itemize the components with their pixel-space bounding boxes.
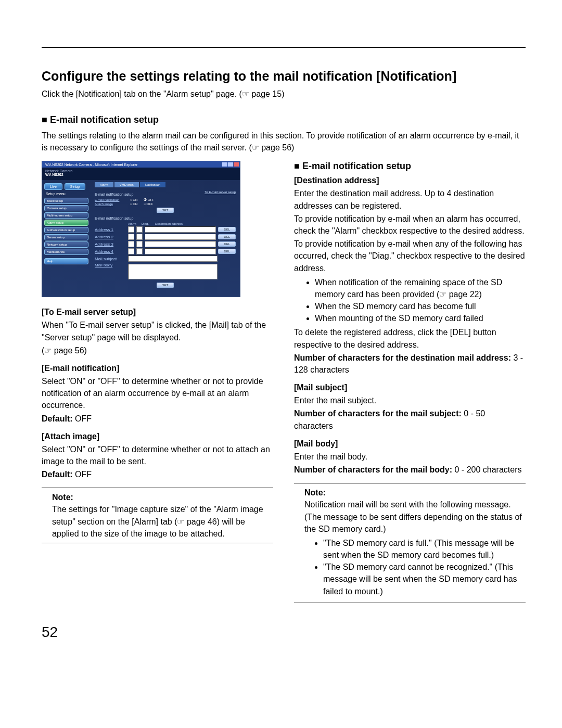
label-mail-subject: [Mail subject] xyxy=(294,383,526,392)
text-attach-image: Select "ON" or "OFF" to determine whethe… xyxy=(42,443,273,467)
th-diag: Diag. xyxy=(142,222,153,225)
addr2: Address 2 xyxy=(95,235,126,239)
subject-input xyxy=(128,256,218,262)
section-heading-email-setup: E-mail notification setup xyxy=(42,114,526,125)
left-column: WV-NS202 Network Camera - Microsoft Inte… xyxy=(42,161,273,603)
del-button: DEL xyxy=(218,241,236,247)
list-item: When the SD memory card has become full xyxy=(315,300,526,312)
horizontal-rule xyxy=(42,47,526,48)
del-button: DEL xyxy=(218,227,236,232)
side-network: Network setup xyxy=(44,241,88,248)
note-body: The settings for "Image capture size" of… xyxy=(42,503,273,540)
page-title: Configure the settings relating to the m… xyxy=(42,69,526,84)
intro-text: Click the [Notification] tab on the "Ala… xyxy=(42,89,526,99)
ss-link-server: To E-mail server setup xyxy=(205,190,236,195)
section-heading-email-setup-right: E-mail notification setup xyxy=(294,161,526,172)
checkbox-icon xyxy=(136,241,143,247)
dest-input xyxy=(145,248,216,254)
th-dest: Destination address xyxy=(155,222,218,225)
default-value: OFF xyxy=(73,470,92,479)
maximize-icon xyxy=(228,162,233,167)
ss-sec1: E-mail notification setup xyxy=(95,193,133,196)
dest-input xyxy=(145,241,216,247)
ss-sec2: E-mail notification setup xyxy=(95,216,236,220)
del-button: DEL xyxy=(218,234,236,239)
note-bullets: "The SD memory card is full." (This mess… xyxy=(294,537,526,597)
addr1: Address 1 xyxy=(95,227,126,232)
checkbox-icon xyxy=(128,226,134,233)
text-email-notification: Select "ON" or "OFF" to determine whethe… xyxy=(42,375,273,412)
side-maint: Maintenance xyxy=(44,249,88,255)
tab-vmd: VMD area xyxy=(114,182,139,187)
dest-p4: To delete the registered address, click … xyxy=(294,326,526,350)
label-attach-image: [Attach image] xyxy=(42,432,273,441)
body-textarea xyxy=(128,264,218,279)
label-email-notification: [E-mail notification] xyxy=(42,364,273,373)
section-heading-desc: The settings relating to the alarm mail … xyxy=(42,130,526,154)
nav-setup: Setup xyxy=(65,183,85,190)
dest-bullets: When notification of the remaining space… xyxy=(294,276,526,325)
body-p1: Enter the mail body. xyxy=(294,451,526,463)
side-basic: Basic setup xyxy=(44,198,88,204)
label-mail-body: [Mail body] xyxy=(294,439,526,449)
side-alarm: Alarm setup xyxy=(44,220,88,226)
checkbox-icon xyxy=(136,248,143,254)
checkbox-icon xyxy=(136,226,143,233)
del-button: DEL xyxy=(218,249,236,254)
side-help: Help xyxy=(44,258,88,264)
right-column: E-mail notification setup [Destination a… xyxy=(294,161,526,603)
radio-icon: ⦿ OFF xyxy=(144,198,154,201)
text-to-email-server: When "To E-mail server setup" is clicked… xyxy=(42,319,273,343)
th-alarm: Alarm xyxy=(128,222,139,225)
note-box-right: Note: Notification mail will be sent wit… xyxy=(294,483,526,603)
list-item: When mounting of the SD memory card fail… xyxy=(315,312,526,324)
list-item: "The SD memory card is full." (This mess… xyxy=(323,537,526,561)
dest-p1: Enter the destination mail address. Up t… xyxy=(294,187,526,211)
tab-notification: Notification xyxy=(140,182,166,187)
default-value: OFF xyxy=(73,414,92,423)
ss-row-attach: Attach image xyxy=(95,202,126,206)
tab-alarm: Alarm xyxy=(95,182,113,187)
body-count-label: Number of characters for the mail body: xyxy=(294,465,452,474)
radio-icon: ○ OFF xyxy=(144,202,152,206)
checkbox-icon xyxy=(128,234,134,240)
radio-icon: ○ ON xyxy=(130,198,137,201)
checkbox-icon xyxy=(136,234,143,240)
addr4: Address 4 xyxy=(95,249,126,254)
checkbox-icon xyxy=(128,241,134,247)
header-main: WV-NS202 xyxy=(45,173,63,176)
ss-row-email-notif: E-mail notification xyxy=(95,198,126,201)
radio-icon: ○ ON xyxy=(130,202,137,206)
note-label: Note: xyxy=(304,488,326,497)
minimize-icon xyxy=(222,162,227,167)
set-button: SET xyxy=(157,208,174,213)
side-title: Setup menu xyxy=(44,192,88,196)
set-button: SET xyxy=(157,283,174,288)
header-sub: Network Camera xyxy=(45,169,73,173)
side-auth: Authentication setup xyxy=(44,227,88,233)
label-destination-address: [Destination address] xyxy=(294,176,526,185)
label-to-email-server: [To E-mail server setup] xyxy=(42,308,273,317)
side-multi: Multi-screen setup xyxy=(44,212,88,219)
side-server: Server setup xyxy=(44,234,88,240)
dest-count-label: Number of characters for the destination… xyxy=(294,353,511,362)
close-icon xyxy=(234,162,239,167)
note-intro: Notification mail will be sent with the … xyxy=(294,499,526,535)
note-label: Note: xyxy=(52,493,73,502)
list-item: When notification of the remaining space… xyxy=(315,276,526,300)
default-label: Default: xyxy=(42,414,73,423)
body-count-val: 0 - 200 characters xyxy=(452,465,521,474)
addr3: Address 3 xyxy=(95,242,126,247)
dest-input xyxy=(145,226,216,233)
side-camera: Camera setup xyxy=(44,205,88,211)
nav-live: Live xyxy=(44,183,62,190)
subj-p1: Enter the mail subject. xyxy=(294,394,526,406)
dest-p2: To provide notification by e-mail when a… xyxy=(294,213,526,237)
lbl-subject: Mail subject xyxy=(95,257,126,261)
note-box-left: Note: The settings for "Image capture si… xyxy=(42,488,273,543)
dest-input xyxy=(145,234,216,240)
page-number: 52 xyxy=(42,624,526,641)
ref-page56: (☞ page 56) xyxy=(42,344,273,356)
lbl-body: Mail body xyxy=(95,263,126,267)
checkbox-icon xyxy=(128,248,134,254)
